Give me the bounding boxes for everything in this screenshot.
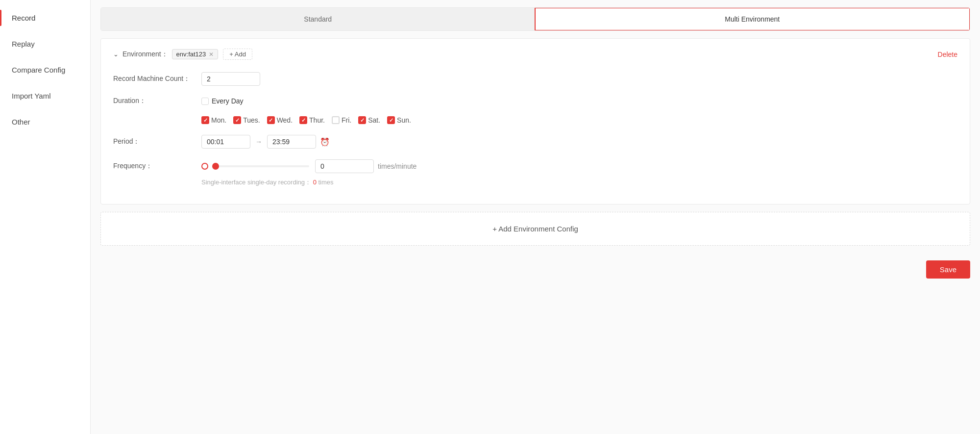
environment-label: Environment： xyxy=(122,50,168,59)
clock-icon: ⏰ xyxy=(320,137,330,147)
thur-label: Thur. xyxy=(309,116,325,124)
fri-label: Fri. xyxy=(342,116,351,124)
tues-label: Tues. xyxy=(243,116,260,124)
add-environment-button[interactable]: + Add xyxy=(223,49,252,60)
tab-bar: Standard Multi Environment xyxy=(100,7,970,31)
sidebar-item-replay[interactable]: Replay xyxy=(0,31,90,57)
fri-checkbox[interactable] xyxy=(332,116,340,124)
tab-standard[interactable]: Standard xyxy=(101,8,535,30)
day-fri[interactable]: Fri. xyxy=(332,116,351,124)
recording-info-suffix: times xyxy=(318,179,334,186)
recording-info-count: 0 xyxy=(313,179,317,186)
sidebar-item-import-yaml[interactable]: Import Yaml xyxy=(0,83,90,109)
sat-label: Sat. xyxy=(368,116,380,124)
delete-button[interactable]: Delete xyxy=(938,51,957,58)
time-arrow-icon: → xyxy=(255,138,262,146)
frequency-slider[interactable] xyxy=(212,165,309,167)
env-tag-close-icon[interactable]: ✕ xyxy=(209,51,214,58)
sun-checkbox[interactable] xyxy=(387,116,395,124)
env-panel: ⌄ Environment： env:fat123 ✕ + Add Delete… xyxy=(100,38,970,204)
expand-icon[interactable]: ⌄ xyxy=(113,51,119,58)
app-container: Record Replay Compare Config Import Yaml… xyxy=(0,0,980,434)
period-row: Period： → ⏰ xyxy=(113,135,957,149)
days-row: Mon. Tues. Wed. Thur. Fri. xyxy=(201,116,957,124)
frequency-label: Frequency： xyxy=(113,162,201,171)
sidebar: Record Replay Compare Config Import Yaml… xyxy=(0,0,91,434)
frequency-slider-wrap xyxy=(201,163,309,170)
period-start-input[interactable] xyxy=(201,135,250,149)
add-env-config-label: + Add Environment Config xyxy=(492,225,578,233)
period-label: Period： xyxy=(113,137,201,146)
day-sat[interactable]: Sat. xyxy=(358,116,380,124)
frequency-input[interactable] xyxy=(315,159,374,173)
env-header: ⌄ Environment： env:fat123 ✕ + Add Delete xyxy=(113,49,957,60)
sidebar-item-other[interactable]: Other xyxy=(0,109,90,135)
day-thur[interactable]: Thur. xyxy=(299,116,325,124)
save-button[interactable]: Save xyxy=(926,260,970,279)
main-content: Standard Multi Environment ⌄ Environment… xyxy=(91,0,980,434)
day-wed[interactable]: Wed. xyxy=(267,116,293,124)
duration-row: Duration： Every Day xyxy=(113,97,957,105)
day-tues[interactable]: Tues. xyxy=(233,116,260,124)
day-mon[interactable]: Mon. xyxy=(201,116,226,124)
machine-count-input[interactable] xyxy=(201,72,260,86)
tab-multi-env[interactable]: Multi Environment xyxy=(535,7,971,31)
wed-label: Wed. xyxy=(277,116,293,124)
recording-info-prefix: Single-interface single-day recording： xyxy=(201,179,311,186)
duration-label: Duration： xyxy=(113,97,201,105)
sidebar-item-compare-config[interactable]: Compare Config xyxy=(0,57,90,83)
footer-row: Save xyxy=(100,255,970,283)
sun-label: Sun. xyxy=(397,116,411,124)
wed-checkbox[interactable] xyxy=(267,116,275,124)
mon-label: Mon. xyxy=(211,116,226,124)
frequency-row: Frequency： times/minute xyxy=(113,159,957,173)
sidebar-item-record[interactable]: Record xyxy=(0,5,90,31)
machine-count-label: Record Machine Count： xyxy=(113,75,201,83)
times-per-minute-label: times/minute xyxy=(378,162,416,170)
every-day-label: Every Day xyxy=(212,97,244,105)
mon-checkbox[interactable] xyxy=(201,116,209,124)
tues-checkbox[interactable] xyxy=(233,116,241,124)
recording-info: Single-interface single-day recording： 0… xyxy=(201,178,957,187)
day-sun[interactable]: Sun. xyxy=(387,116,411,124)
frequency-slider-dot xyxy=(201,163,208,170)
every-day-checkbox[interactable] xyxy=(201,98,209,105)
thur-checkbox[interactable] xyxy=(299,116,307,124)
machine-count-row: Record Machine Count： xyxy=(113,72,957,86)
period-end-input[interactable] xyxy=(267,135,316,149)
env-tag: env:fat123 ✕ xyxy=(172,49,219,59)
add-env-config-panel[interactable]: + Add Environment Config xyxy=(100,212,970,246)
sat-checkbox[interactable] xyxy=(358,116,366,124)
